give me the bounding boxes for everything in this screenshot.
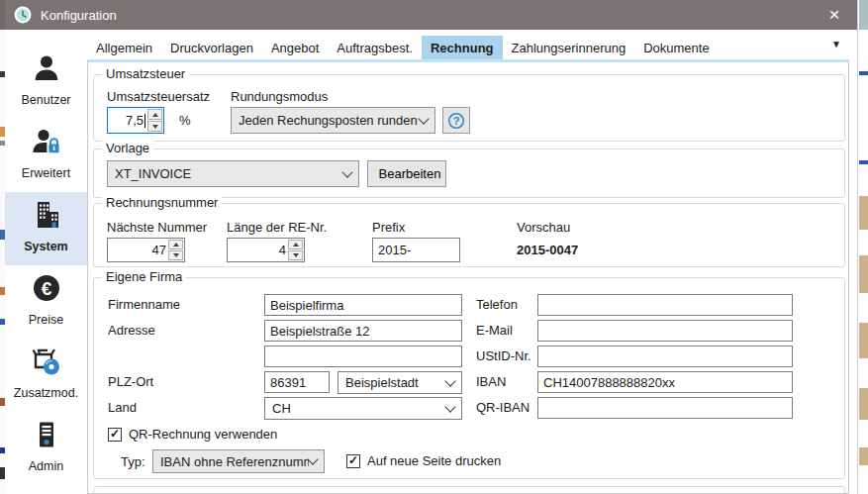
group-vorlage: Vorlage XT_INVOICE Bearbeiten [93, 148, 845, 198]
close-button[interactable]: × [812, 0, 857, 30]
preview-value: 2015-0047 [517, 243, 578, 257]
rate-label: Umsatzsteuersatz [107, 89, 210, 104]
group-eigene-firma: Eigene Firma Firmenname Adresse PLZ-Ort … [93, 277, 845, 479]
server-icon [31, 419, 62, 453]
qr-iban-input[interactable] [537, 397, 793, 419]
sidebar-item-system[interactable]: System [5, 192, 87, 265]
user-icon [31, 52, 62, 87]
sidebar-item-zusatzmod[interactable]: Zusatzmod. [5, 339, 87, 412]
checkbox-box [108, 428, 122, 442]
email-label: E-Mail [476, 323, 513, 338]
sidebar-item-preise[interactable]: € Preise [5, 265, 87, 339]
rate-spinner[interactable]: 7,5 [107, 107, 164, 134]
land-label: Land [108, 400, 137, 415]
sidebar-item-admin[interactable]: Admin [5, 412, 87, 485]
spin-down-button[interactable] [288, 250, 303, 260]
background-window-right [857, 0, 868, 494]
plz-ort-label: PLZ-Ort [108, 374, 153, 389]
bg-mark [859, 255, 868, 293]
spin-up-button[interactable] [168, 240, 183, 249]
tab-overflow-chevron-icon[interactable]: ▼ [831, 39, 841, 49]
svg-text:?: ? [453, 115, 460, 127]
plz-input[interactable] [264, 371, 330, 393]
new-page-checkbox[interactable]: Auf neue Seite drucken [346, 453, 501, 468]
chevron-down-icon [307, 453, 318, 464]
qr-iban-label: QR-IBAN [476, 400, 530, 415]
svg-text:€: € [41, 278, 51, 299]
rounding-value: Jeden Rechungsposten runden [239, 113, 418, 128]
edit-button-label: Bearbeiten [379, 166, 441, 181]
help-button[interactable]: ? [442, 107, 470, 134]
next-number-label: Nächste Nummer [107, 220, 207, 235]
tab-angebot[interactable]: Angebot [262, 36, 328, 59]
chevron-down-icon [418, 113, 429, 124]
firmenname-label: Firmenname [108, 297, 180, 312]
bg-mark [859, 160, 868, 164]
adresse-label: Adresse [108, 323, 155, 338]
telefon-input[interactable] [537, 294, 793, 316]
adresse2-input[interactable] [264, 346, 462, 367]
template-combobox[interactable]: XT_INVOICE [107, 160, 359, 187]
land-combobox[interactable]: CH [264, 397, 462, 420]
re-length-spinner[interactable]: 4 [227, 238, 305, 262]
qr-rechnung-checkbox-label: QR-Rechnung verwenden [129, 427, 277, 442]
tab-rechnung[interactable]: Rechnung [422, 36, 503, 59]
bg-mark [859, 323, 868, 358]
rounding-combobox[interactable]: Jeden Rechungsposten runden [231, 107, 435, 134]
template-value: XT_INVOICE [115, 166, 191, 181]
spin-down-button[interactable] [147, 121, 162, 132]
rounding-label: Rundungsmodus [231, 89, 328, 104]
typ-combobox[interactable]: IBAN ohne Referenznummer [152, 449, 325, 473]
edit-template-button[interactable]: Bearbeiten [367, 160, 446, 187]
bg-mark [859, 196, 868, 230]
sidebar-item-benutzer[interactable]: Benutzer [5, 46, 87, 119]
clock-icon [14, 6, 32, 24]
next-number-spinner[interactable]: 47 [107, 238, 185, 262]
tab-auftragsbest[interactable]: Auftragsbest. [328, 36, 422, 59]
spin-down-button[interactable] [168, 250, 183, 260]
tab-druckvorlagen[interactable]: Druckvorlagen [161, 36, 262, 59]
titlebar[interactable]: Konfiguration × [5, 0, 857, 30]
sidebar-item-label: Benutzer [21, 93, 70, 107]
ustid-input[interactable] [537, 346, 793, 367]
sidebar-item-erweitert[interactable]: Erweitert [5, 119, 87, 192]
re-length-value: 4 [279, 243, 286, 257]
tab-zahlungserinnerung[interactable]: Zahlungserinnerung [503, 36, 635, 59]
bg-mark [859, 388, 868, 420]
user-lock-icon [31, 126, 62, 160]
group-cutoff [93, 486, 845, 494]
bg-mark [859, 0, 868, 30]
ort-combobox[interactable]: Beispielstadt [338, 371, 462, 394]
building-icon [31, 199, 62, 234]
sidebar-item-label: System [24, 240, 67, 253]
tab-allgemein[interactable]: Allgemein [87, 36, 161, 59]
rechnung-tab-panel: Umsatzsteuer Umsatzsteuersatz 7,5 % Rund… [87, 59, 849, 494]
adresse-input[interactable] [264, 320, 462, 342]
tabbar: Allgemein Druckvorlagen Angebot Auftrags… [87, 36, 719, 59]
ort-value: Beispielstadt [345, 375, 419, 390]
group-title: Eigene Firma [102, 269, 186, 284]
qr-rechnung-checkbox[interactable]: QR-Rechnung verwenden [108, 427, 277, 442]
screen: Konfiguration × Benutzer [0, 0, 868, 494]
email-input[interactable] [537, 320, 793, 342]
group-title: Umsatzsteuer [102, 66, 189, 81]
iban-label: IBAN [476, 374, 506, 389]
sidebar-item-label: Admin [29, 459, 63, 473]
chevron-down-icon [341, 166, 352, 177]
chevron-down-icon [444, 401, 455, 412]
help-icon: ? [447, 112, 465, 130]
tab-dokumente[interactable]: Dokumente [634, 36, 718, 59]
new-page-checkbox-label: Auf neue Seite drucken [367, 453, 501, 468]
sidebar-item-label: Preise [29, 313, 63, 327]
prefix-input[interactable] [372, 238, 460, 262]
spin-up-button[interactable] [288, 240, 303, 249]
telefon-label: Telefon [476, 297, 518, 312]
firmenname-input[interactable] [264, 294, 462, 316]
sidebar-item-label: Zusatzmod. [14, 386, 78, 400]
ustid-label: UStID-Nr. [476, 348, 531, 363]
spin-up-button[interactable] [147, 109, 162, 120]
land-value: CH [272, 401, 291, 416]
preview-label: Vorschau [517, 220, 570, 235]
rate-value: 7,5 [126, 113, 144, 128]
iban-input[interactable] [537, 371, 793, 393]
